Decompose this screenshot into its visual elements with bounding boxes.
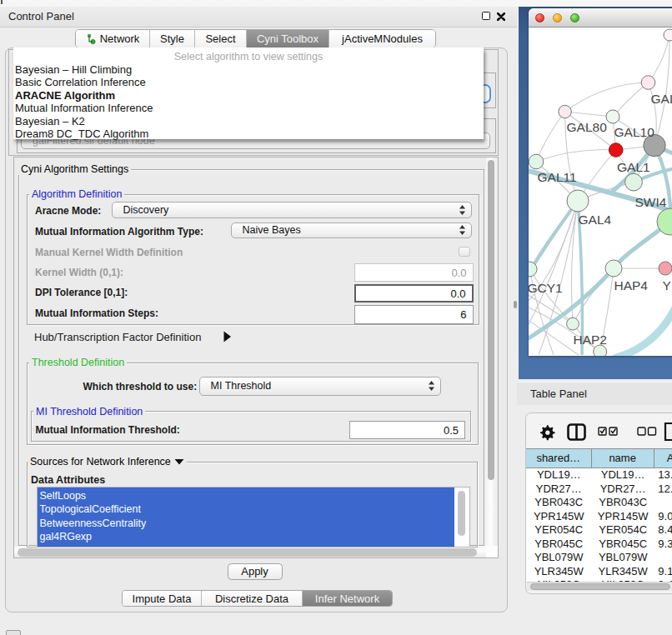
svg-text:GAL7: GAL7 [651, 92, 672, 106]
svg-text:Y: Y [663, 278, 671, 292]
svg-text:GAL80: GAL80 [567, 120, 608, 134]
svg-text:GAL10: GAL10 [614, 125, 655, 139]
svg-text:HAP4: HAP4 [614, 278, 649, 292]
svg-text:GAL4: GAL4 [579, 212, 612, 227]
svg-text:GAL1: GAL1 [617, 160, 650, 174]
svg-text:GAL11: GAL11 [538, 170, 577, 184]
svg-text:GCY1: GCY1 [529, 281, 563, 295]
svg-text:HAP2: HAP2 [574, 332, 608, 347]
svg-text:SWI4: SWI4 [635, 195, 667, 209]
